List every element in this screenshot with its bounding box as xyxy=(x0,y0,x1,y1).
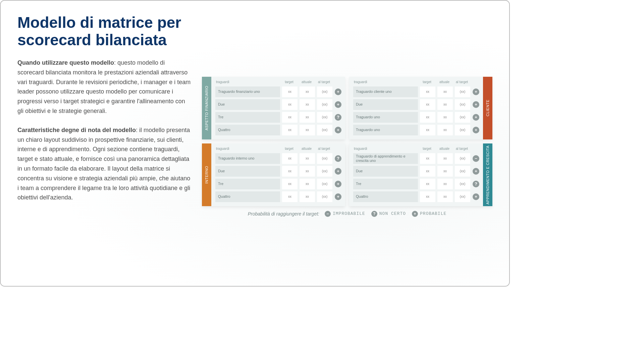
column-headers: traguarditargetattualeal target xyxy=(215,147,342,151)
status-icon: + xyxy=(335,181,341,187)
goal-row: Quattroxxxx(xx)+ xyxy=(215,125,342,135)
paragraph-1: Quando utilizzare questo modello: questo… xyxy=(17,58,192,116)
text-column: Modello di matrice per scorecard bilanci… xyxy=(17,14,192,273)
target-cell: xx xyxy=(420,179,435,189)
to-target-cell: (xx) xyxy=(317,191,332,202)
quadrant: CLIENTEtraguarditargetattualeal targetTr… xyxy=(349,77,492,139)
goal-row: Traguardo interno unoxxxx(xx)? xyxy=(215,153,342,164)
to-target-cell: (xx) xyxy=(317,112,332,123)
actual-cell: xx xyxy=(300,153,315,164)
paragraph-2: Caratteristiche degne di nota del modell… xyxy=(17,125,192,202)
to-target-cell: (xx) xyxy=(455,99,470,110)
goal-row: Quattroxxxx(xx)+ xyxy=(353,191,480,202)
column-header: attuale xyxy=(437,147,452,150)
column-header: al target xyxy=(454,80,470,84)
goal-label: Quattro xyxy=(215,191,280,202)
target-cell: xx xyxy=(282,179,298,189)
goal-row: Trexxxx(xx)? xyxy=(353,179,480,189)
to-target-cell: (xx) xyxy=(317,153,332,164)
to-target-cell: (xx) xyxy=(317,125,332,135)
column-header: traguardi xyxy=(354,80,417,84)
para1-text: : questo modello di scorecard bilanciata… xyxy=(17,59,191,114)
status-icon: ? xyxy=(335,114,341,121)
goal-label: Due xyxy=(353,166,418,177)
goal-label: Due xyxy=(215,99,280,110)
status-icon: ? xyxy=(335,155,341,162)
legend-text: NON CERTO xyxy=(379,211,406,216)
slide: Modello di matrice per scorecard bilanci… xyxy=(0,0,510,287)
column-header: attuale xyxy=(437,80,452,84)
column-header: al target xyxy=(454,147,470,150)
goal-row: Trexxxx(xx)? xyxy=(215,112,342,123)
target-cell: xx xyxy=(420,191,435,202)
status-icon: + xyxy=(335,127,341,133)
actual-cell: xx xyxy=(437,153,453,164)
legend-icon: + xyxy=(412,211,418,217)
actual-cell: xx xyxy=(300,179,315,189)
status-icon: + xyxy=(473,193,479,200)
to-target-cell: (xx) xyxy=(455,125,470,135)
quadrant-tab: APPRENDIMENTO E CRESCITA xyxy=(483,143,492,206)
column-header: target xyxy=(281,80,297,84)
column-header: traguardi xyxy=(354,147,417,150)
target-cell: xx xyxy=(420,112,435,123)
to-target-cell: (xx) xyxy=(317,86,332,97)
goal-label: Traguardo finanziario uno xyxy=(215,86,280,97)
goal-row: Duexxxx(xx)+ xyxy=(353,99,480,110)
goal-row: Duexxxx(xx)+ xyxy=(215,166,342,177)
to-target-cell: (xx) xyxy=(455,166,470,177)
goal-label: Traguardo uno xyxy=(353,112,418,123)
actual-cell: xx xyxy=(300,86,315,97)
goal-row: Traguardo di apprendimento e crescita un… xyxy=(353,153,480,164)
quadrant-body: traguarditargetattualeal targetTraguardo… xyxy=(349,77,483,139)
actual-cell: xx xyxy=(437,179,453,189)
goal-label: Traguardo di apprendimento e crescita un… xyxy=(353,153,418,164)
column-header: traguardi xyxy=(216,80,279,84)
goal-label: Quattro xyxy=(353,191,418,202)
page-title: Modello di matrice per scorecard bilanci… xyxy=(17,14,192,49)
goal-label: Due xyxy=(215,166,280,177)
goal-row: Traguardo cliente unoxxxx(xx)+ xyxy=(353,86,480,97)
goal-label: Traguardo interno uno xyxy=(215,153,280,164)
target-cell: xx xyxy=(282,99,298,110)
column-header: attuale xyxy=(299,80,314,84)
legend-icon: ? xyxy=(371,211,377,217)
status-icon: + xyxy=(335,168,341,175)
status-icon: + xyxy=(473,168,479,175)
legend-icon: − xyxy=(325,211,331,217)
to-target-cell: (xx) xyxy=(317,99,332,110)
scorecard-matrix: ASPETTO FINANZIARIOtraguarditargetattual… xyxy=(202,77,492,206)
column-header: attuale xyxy=(299,147,314,150)
status-icon: + xyxy=(335,88,341,95)
legend: Probabilità di raggiungere il target: −I… xyxy=(202,211,492,217)
matrix-column: ASPETTO FINANZIARIOtraguarditargetattual… xyxy=(202,14,492,273)
goal-row: Duexxxx(xx)+ xyxy=(215,99,342,110)
target-cell: xx xyxy=(282,125,298,135)
to-target-cell: (xx) xyxy=(455,112,470,123)
actual-cell: xx xyxy=(437,125,453,135)
legend-text: PROBABILE xyxy=(420,211,446,216)
legend-item: +PROBABILE xyxy=(412,211,446,217)
to-target-cell: (xx) xyxy=(317,179,332,189)
legend-item: ?NON CERTO xyxy=(371,211,406,217)
to-target-cell: (xx) xyxy=(455,179,470,189)
para2-bold: Caratteristiche degne di nota del modell… xyxy=(17,127,136,133)
actual-cell: xx xyxy=(437,166,453,177)
column-header: target xyxy=(281,147,297,150)
goal-row: Traguardo finanziario unoxxxx(xx)+ xyxy=(215,86,342,97)
status-icon: + xyxy=(335,101,341,108)
column-header: al target xyxy=(316,80,332,84)
quadrant-tab: CLIENTE xyxy=(483,77,492,139)
actual-cell: xx xyxy=(437,112,453,123)
column-header: target xyxy=(419,147,435,150)
legend-item: −IMPROBABILE xyxy=(325,211,365,217)
column-header: al target xyxy=(316,147,332,150)
status-icon: ? xyxy=(473,181,479,187)
actual-cell: xx xyxy=(300,99,315,110)
to-target-cell: (xx) xyxy=(455,86,470,97)
quadrant-tab: ASPETTO FINANZIARIO xyxy=(202,77,211,139)
actual-cell: xx xyxy=(437,86,453,97)
column-header: target xyxy=(419,80,435,84)
actual-cell: xx xyxy=(300,125,315,135)
goal-label: Tre xyxy=(215,112,280,123)
